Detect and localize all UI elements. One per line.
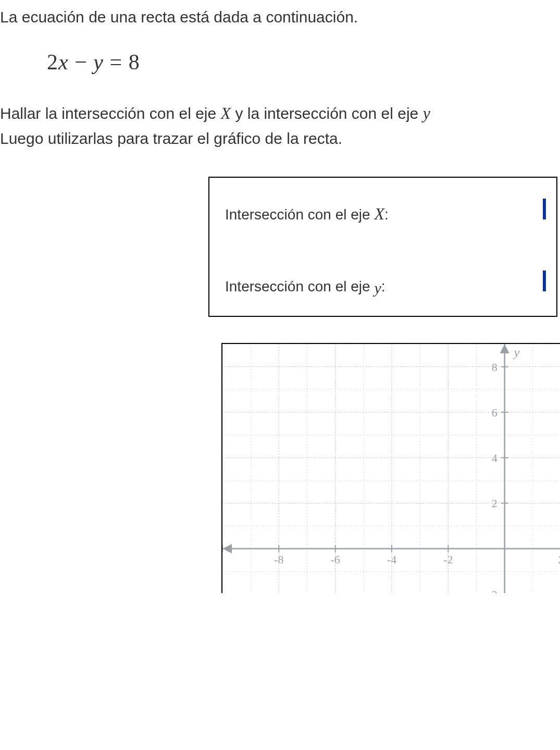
instructions: Hallar la intersección con el eje X y la… bbox=[0, 101, 560, 151]
eq-coef1: 2 bbox=[47, 50, 58, 74]
intro-text: La ecuación de una recta está dada a con… bbox=[0, 5, 560, 29]
instr-line1-pre: Hallar la intersección con el eje bbox=[0, 105, 221, 122]
svg-text:y: y bbox=[513, 346, 520, 359]
instr-var-x: X bbox=[221, 104, 231, 122]
svg-text:-6: -6 bbox=[331, 553, 340, 566]
eq-rhs: 8 bbox=[129, 50, 140, 74]
y-intercept-label-pre: Intersección con el eje bbox=[225, 278, 374, 294]
svg-marker-52 bbox=[222, 544, 232, 554]
answer-box: Intersección con el eje X: Intersección … bbox=[208, 177, 557, 317]
x-intercept-label-pre: Intersección con el eje bbox=[225, 206, 374, 223]
y-intercept-input[interactable] bbox=[543, 271, 546, 291]
instr-line1-mid: y la intersección con el eje bbox=[231, 105, 423, 122]
svg-text:2: 2 bbox=[558, 553, 561, 566]
instr-line2: Luego utilizarlas para trazar el gráfico… bbox=[0, 130, 342, 147]
graph-box[interactable]: -8-6-4-22-22468y bbox=[221, 343, 560, 593]
graph-svg[interactable]: -8-6-4-22-22468y bbox=[222, 344, 560, 593]
instr-var-y: y bbox=[423, 104, 430, 122]
svg-text:6: 6 bbox=[492, 406, 497, 419]
svg-text:8: 8 bbox=[492, 361, 497, 374]
x-intercept-var: X bbox=[374, 204, 384, 223]
svg-text:4: 4 bbox=[492, 451, 497, 464]
y-intercept-label-post: : bbox=[381, 278, 385, 294]
y-intercept-var: y bbox=[374, 279, 381, 297]
x-intercept-label-post: : bbox=[384, 206, 389, 223]
eq-var1: x bbox=[58, 50, 69, 74]
svg-text:-4: -4 bbox=[387, 553, 396, 566]
svg-text:2: 2 bbox=[492, 497, 497, 510]
svg-marker-51 bbox=[500, 344, 509, 353]
x-intercept-row: Intersección con el eje X: bbox=[225, 199, 546, 224]
y-intercept-row: Intersección con el eje y: bbox=[225, 271, 546, 295]
svg-text:-2: -2 bbox=[443, 553, 453, 566]
equation: 2x − y = 8 bbox=[47, 50, 560, 75]
eq-var2: y bbox=[93, 50, 104, 74]
eq-op: − bbox=[74, 50, 88, 74]
svg-text:-2: -2 bbox=[488, 588, 497, 593]
eq-equals: = bbox=[110, 50, 123, 74]
svg-text:-8: -8 bbox=[274, 553, 283, 566]
x-intercept-input[interactable] bbox=[543, 199, 546, 219]
